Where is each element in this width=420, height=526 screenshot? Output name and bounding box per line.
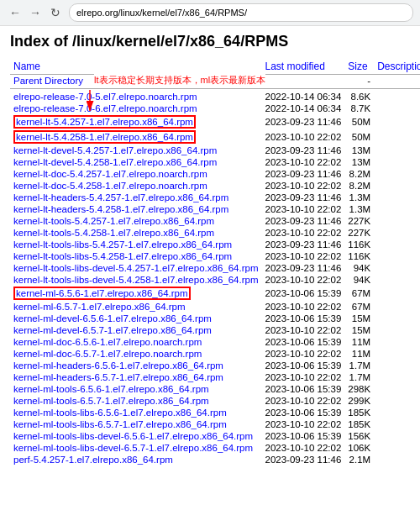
file-link[interactable]: kernel-ml-devel-6.5.7-1.el7.elrepo.x86_6… bbox=[13, 325, 212, 335]
table-row: kernel-lt-tools-libs-5.4.258-1.el7.elrep… bbox=[10, 250, 420, 262]
table-row: kernel-lt-tools-libs-devel-5.4.257-1.el7… bbox=[10, 262, 420, 274]
file-link[interactable]: kernel-lt-devel-5.4.257-1.el7.elrepo.x86… bbox=[13, 145, 217, 155]
file-date: 2023-09-23 11:46 bbox=[261, 454, 344, 466]
table-row: kernel-ml-tools-6.5.6-1.el7.elrepo.x86_6… bbox=[10, 383, 420, 395]
file-link[interactable]: kernel-lt-doc-5.4.257-1.el7.elrepo.noarc… bbox=[13, 169, 207, 179]
file-desc bbox=[374, 313, 420, 324]
table-row: kernel-lt-headers-5.4.258-1.el7.elrepo.x… bbox=[10, 203, 420, 215]
file-date: 2023-10-06 15:39 bbox=[261, 430, 344, 442]
file-link[interactable]: perf-5.4.257-1.el7.elrepo.x86_64.rpm bbox=[13, 455, 173, 465]
file-date: 2023-10-10 22:02 bbox=[261, 442, 344, 454]
file-date: 2022-10-14 06:34 bbox=[261, 103, 344, 114]
file-link[interactable]: kernel-lt-doc-5.4.258-1.el7.elrepo.noarc… bbox=[13, 181, 207, 191]
file-link[interactable]: kernel-ml-tools-6.5.6-1.el7.elrepo.x86_6… bbox=[13, 384, 209, 394]
file-link[interactable]: kernel-ml-devel-6.5.6-1.el7.elrepo.x86_6… bbox=[13, 313, 212, 323]
table-row: kernel-ml-devel-6.5.7-1.el7.elrepo.x86_6… bbox=[10, 324, 420, 336]
file-desc bbox=[374, 371, 420, 383]
file-link[interactable]: kernel-ml-doc-6.5.7-1.el7.elrepo.noarch.… bbox=[13, 349, 202, 359]
table-row: kernel-ml-tools-libs-6.5.7-1.el7.elrepo.… bbox=[10, 418, 420, 430]
forward-button[interactable]: → bbox=[27, 4, 44, 21]
file-link[interactable]: kernel-ml-6.5.6-1.el7.elrepo.x86_64.rpm bbox=[13, 287, 191, 300]
file-link[interactable]: kernel-lt-tools-5.4.257-1.el7.elrepo.x86… bbox=[13, 216, 214, 226]
file-link[interactable]: kernel-lt-tools-libs-5.4.257-1.el7.elrep… bbox=[13, 239, 232, 250]
file-size: 15M bbox=[344, 313, 374, 324]
file-desc bbox=[374, 360, 420, 371]
file-link[interactable]: kernel-ml-tools-libs-devel-6.5.6-1.el7.e… bbox=[13, 431, 253, 441]
file-link[interactable]: kernel-lt-headers-5.4.258-1.el7.elrepo.x… bbox=[13, 204, 228, 214]
file-link[interactable]: kernel-ml-headers-6.5.6-1.el7.elrepo.x86… bbox=[13, 360, 223, 371]
file-link[interactable]: elrepo-release-7.0-6.el7.elrepo.noarch.r… bbox=[13, 103, 197, 113]
file-desc bbox=[374, 129, 420, 145]
file-size: 15M bbox=[344, 324, 374, 336]
table-row: kernel-lt-headers-5.4.257-1.el7.elrepo.x… bbox=[10, 192, 420, 203]
file-desc bbox=[374, 301, 420, 313]
file-link[interactable]: kernel-lt-devel-5.4.258-1.el7.elrepo.x86… bbox=[13, 157, 217, 167]
file-date: 2023-09-23 11:46 bbox=[261, 262, 344, 274]
file-date: 2023-10-06 15:39 bbox=[261, 313, 344, 324]
file-desc bbox=[374, 383, 420, 395]
table-row: kernel-lt-tools-5.4.257-1.el7.elrepo.x86… bbox=[10, 215, 420, 227]
file-link[interactable]: kernel-ml-tools-libs-devel-6.5.7-1.el7.e… bbox=[13, 443, 253, 453]
parent-directory-link[interactable]: Parent Directory bbox=[13, 76, 83, 86]
file-link[interactable]: kernel-ml-headers-6.5.7-1.el7.elrepo.x86… bbox=[13, 372, 223, 382]
sort-desc-link[interactable]: Description bbox=[377, 60, 420, 72]
file-date: 2023-10-10 22:02 bbox=[261, 129, 344, 145]
file-size: 116K bbox=[344, 239, 374, 250]
file-size: 1.3M bbox=[344, 203, 374, 215]
file-date: 2023-10-10 22:02 bbox=[261, 301, 344, 313]
file-link[interactable]: kernel-ml-tools-libs-6.5.7-1.el7.elrepo.… bbox=[13, 419, 227, 429]
sort-date-link[interactable]: Last modified bbox=[265, 60, 324, 72]
file-desc bbox=[374, 274, 420, 286]
back-button[interactable]: ← bbox=[7, 4, 24, 21]
file-link[interactable]: kernel-ml-doc-6.5.6-1.el7.elrepo.noarch.… bbox=[13, 337, 202, 347]
file-link[interactable]: kernel-lt-5.4.258-1.el7.elrepo.x86_64.rp… bbox=[13, 130, 196, 144]
file-date: 2023-10-06 15:39 bbox=[261, 383, 344, 395]
file-link[interactable]: kernel-ml-tools-6.5.7-1.el7.elrepo.x86_6… bbox=[13, 396, 209, 406]
file-size: - bbox=[344, 75, 374, 87]
table-row: elrepo-release-7.0-5.el7.elrepo.noarch.r… bbox=[10, 91, 420, 103]
file-link[interactable]: kernel-lt-tools-5.4.258-1.el7.elrepo.x86… bbox=[13, 228, 214, 238]
file-size: 1.7M bbox=[344, 371, 374, 383]
file-link[interactable]: kernel-ml-6.5.7-1.el7.elrepo.x86_64.rpm bbox=[13, 302, 186, 312]
file-desc bbox=[374, 348, 420, 360]
file-date: 2023-09-23 11:46 bbox=[261, 168, 344, 180]
file-link[interactable]: kernel-lt-tools-libs-devel-5.4.258-1.el7… bbox=[13, 275, 258, 285]
sort-size-link[interactable]: Size bbox=[348, 60, 367, 72]
file-desc bbox=[374, 250, 420, 262]
reload-button[interactable]: ↻ bbox=[47, 4, 64, 21]
file-size: 8.2M bbox=[344, 180, 374, 192]
file-size: 156K bbox=[344, 430, 374, 442]
col-header-name: Name bbox=[10, 59, 261, 75]
file-size: 50M bbox=[344, 129, 374, 145]
table-row: kernel-ml-tools-libs-devel-6.5.6-1.el7.e… bbox=[10, 430, 420, 442]
file-size: 67M bbox=[344, 286, 374, 301]
table-row: kernel-lt-doc-5.4.257-1.el7.elrepo.noarc… bbox=[10, 168, 420, 180]
file-date: 2023-10-10 22:02 bbox=[261, 227, 344, 239]
address-bar[interactable] bbox=[69, 3, 413, 22]
file-size: 13M bbox=[344, 145, 374, 156]
file-size: 298K bbox=[344, 383, 374, 395]
file-link[interactable]: kernel-lt-tools-libs-5.4.258-1.el7.elrep… bbox=[13, 251, 232, 261]
file-link[interactable]: elrepo-release-7.0-5.el7.elrepo.noarch.r… bbox=[13, 92, 197, 102]
file-link[interactable]: kernel-lt-5.4.257-1.el7.elrepo.x86_64.rp… bbox=[13, 115, 196, 129]
file-desc bbox=[374, 168, 420, 180]
file-size: 2.1M bbox=[344, 454, 374, 466]
col-header-size: Size bbox=[344, 59, 374, 75]
page-title: Index of /linux/kernel/el7/x86_64/RPMS bbox=[10, 33, 410, 50]
col-header-date: Last modified bbox=[261, 59, 344, 75]
table-row: kernel-lt-tools-5.4.258-1.el7.elrepo.x86… bbox=[10, 227, 420, 239]
table-row: kernel-ml-tools-6.5.7-1.el7.elrepo.x86_6… bbox=[10, 395, 420, 407]
file-size: 1.7M bbox=[344, 360, 374, 371]
file-size: 8.7K bbox=[344, 103, 374, 114]
file-link[interactable]: kernel-lt-headers-5.4.257-1.el7.elrepo.x… bbox=[13, 192, 228, 203]
file-date: 2023-10-06 15:39 bbox=[261, 336, 344, 348]
file-desc bbox=[374, 180, 420, 192]
file-date: 2022-10-14 06:34 bbox=[261, 91, 344, 103]
table-row: kernel-ml-6.5.7-1.el7.elrepo.x86_64.rpm2… bbox=[10, 301, 420, 313]
file-size: 116K bbox=[344, 250, 374, 262]
sort-name-link[interactable]: Name bbox=[13, 60, 40, 72]
file-desc bbox=[374, 454, 420, 466]
file-link[interactable]: kernel-lt-tools-libs-devel-5.4.257-1.el7… bbox=[13, 263, 258, 273]
file-desc bbox=[374, 336, 420, 348]
file-link[interactable]: kernel-ml-tools-libs-6.5.6-1.el7.elrepo.… bbox=[13, 408, 227, 418]
